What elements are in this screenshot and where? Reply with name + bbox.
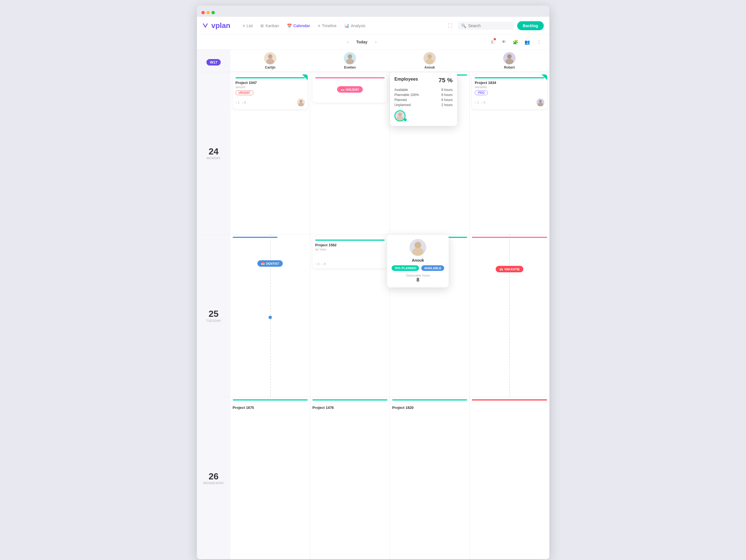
analysis-icon: 📊 bbox=[344, 24, 349, 28]
employee-popup: Employees 75 % Available 8 hours bbox=[390, 72, 457, 126]
maximize-dot[interactable] bbox=[211, 11, 215, 14]
prev-arrow[interactable]: ‹ bbox=[344, 38, 352, 46]
card-stats: ↑ 3 ↓ 8 bbox=[315, 262, 325, 265]
card-subtitle: Hendriks bbox=[475, 85, 544, 89]
tab-timeline[interactable]: ≡ Timeline bbox=[315, 22, 340, 30]
grid-day-rows: Project 1047 Janzen URGENT ↑ 1 ↓ 6 bbox=[230, 72, 549, 559]
next-arrow[interactable]: › bbox=[372, 38, 380, 46]
popup-row-available: Available 8 hours bbox=[394, 87, 453, 92]
cell-mon-evelien: 📅 HOLIDAY bbox=[310, 72, 390, 234]
card-badge-prio: PRIO bbox=[475, 90, 488, 95]
day-label-tue: 25 TUESDAY bbox=[197, 234, 230, 397]
day-row-tue: 📅 DENTIST Project 1562 de Vries bbox=[230, 234, 549, 397]
progress-bar bbox=[233, 399, 308, 400]
card-mon-carlijn[interactable]: Project 1047 Janzen URGENT ↑ 1 ↓ 6 bbox=[233, 75, 308, 109]
person-header-carlijn[interactable]: Carlijn bbox=[230, 50, 310, 72]
svg-point-15 bbox=[412, 248, 424, 256]
filter-badge bbox=[494, 38, 496, 40]
cell-tue-anouk: Anouk 75% PLANNED AVAILABLE Deployable h… bbox=[390, 234, 469, 397]
cell-wed-carlijn: Project 1675 bbox=[230, 397, 310, 559]
card-title: Project 1675 bbox=[233, 405, 254, 410]
cell-wed-anouk: Project 1820 bbox=[390, 397, 469, 559]
calendar-grid: W17 24 MONDAY 25 TUESDAY 26 WEDNESDAY bbox=[197, 50, 549, 559]
kanban-icon: ⊞ bbox=[260, 24, 264, 28]
list-icon: ≡ bbox=[242, 24, 245, 28]
svg-point-10 bbox=[398, 112, 402, 116]
stat-down: ↓ 6 bbox=[242, 101, 246, 104]
avatar-carlijn bbox=[264, 52, 276, 64]
badge-available: AVAILABLE bbox=[421, 265, 444, 271]
svg-point-8 bbox=[299, 100, 303, 103]
person-header-robert[interactable]: Robert bbox=[470, 50, 549, 72]
progress-bar bbox=[392, 399, 467, 400]
search-bar[interactable]: 🔍 bbox=[458, 22, 514, 30]
vakantie-icon: 📅 bbox=[499, 267, 503, 271]
minimize-dot[interactable] bbox=[206, 11, 210, 14]
group-button[interactable]: 👥 bbox=[523, 37, 532, 47]
more-button[interactable]: ⋮ bbox=[535, 37, 544, 47]
app-header: vplan ≡ List ⊞ Kanban 📅 Calendar ≡ Timel… bbox=[197, 17, 549, 35]
logo[interactable]: vplan bbox=[202, 21, 230, 30]
cell-wed-robert bbox=[469, 397, 549, 559]
grid-body: Project 1047 Janzen URGENT ↑ 1 ↓ 6 bbox=[230, 72, 549, 559]
tab-calendar[interactable]: 📅 Calendar bbox=[284, 22, 314, 30]
card-tue-evelien[interactable]: Project 1562 de Vries ↑ 3 ↓ 8 bbox=[312, 237, 388, 269]
stat-down: ↓ 4 bbox=[481, 101, 485, 104]
progress-bar-blue bbox=[233, 237, 278, 238]
day-label-mon: 24 MONDAY bbox=[197, 72, 230, 234]
svg-point-11 bbox=[397, 116, 403, 121]
svg-point-12 bbox=[539, 100, 542, 103]
filter-button[interactable]: ⧖ bbox=[488, 37, 496, 47]
cell-mon-anouk: Employees 75 % Available 8 hours bbox=[390, 72, 469, 234]
svg-point-6 bbox=[507, 54, 512, 59]
card-mon-evelien[interactable]: 📅 HOLIDAY bbox=[312, 75, 388, 103]
svg-point-3 bbox=[346, 59, 354, 64]
card-stats: ↑ 1 ↓ 4 bbox=[475, 101, 485, 104]
card-title: Project 1562 bbox=[315, 243, 384, 247]
stat-down: ↓ 8 bbox=[321, 262, 325, 265]
card-title: Project 1834 bbox=[475, 81, 544, 85]
today-label: Today bbox=[356, 40, 367, 44]
popup-header: Employees 75 % bbox=[394, 77, 453, 84]
filter-icon: ⧖ bbox=[491, 39, 494, 45]
puzzle-icon: 🧩 bbox=[513, 39, 518, 45]
person-header-anouk[interactable]: Anouk bbox=[390, 50, 470, 72]
eye-button[interactable]: 👁 bbox=[499, 37, 508, 47]
close-dot[interactable] bbox=[201, 11, 205, 14]
search-input[interactable] bbox=[468, 24, 511, 28]
popup-row-planned: Planned 6 hours bbox=[394, 97, 453, 103]
puzzle-button[interactable]: 🧩 bbox=[511, 37, 520, 47]
card-badge-dentist: 📅 DENTIST bbox=[257, 260, 283, 267]
anouk-popup: Anouk 75% PLANNED AVAILABLE Deployable h… bbox=[387, 234, 449, 287]
badge-planned: 75% PLANNED bbox=[392, 265, 419, 271]
deploy-value: 8 bbox=[392, 277, 444, 283]
deploy-label: Deployable hours bbox=[392, 274, 444, 277]
svg-point-1 bbox=[266, 59, 274, 64]
tab-analysis[interactable]: 📊 Analysis bbox=[341, 22, 369, 30]
popup-title: Employees bbox=[394, 77, 418, 82]
avatar-anouk bbox=[424, 52, 436, 64]
corner-triangle bbox=[302, 75, 308, 80]
tab-kanban[interactable]: ⊞ Kanban bbox=[257, 22, 282, 30]
persons-header: Carlijn Evelien Anouk bbox=[230, 50, 549, 72]
fullscreen-button[interactable]: ⛶ bbox=[446, 21, 455, 30]
svg-point-14 bbox=[414, 242, 421, 249]
cell-tue-evelien: Project 1562 de Vries ↑ 3 ↓ 8 bbox=[310, 234, 390, 397]
card-mon-robert[interactable]: Project 1834 Hendriks PRIO ↑ 1 ↓ 4 bbox=[472, 75, 547, 109]
stat-up: ↑ 1 bbox=[475, 101, 479, 104]
timeline-icon: ≡ bbox=[318, 24, 320, 28]
progress-bar bbox=[472, 399, 547, 400]
persons-area: Carlijn Evelien Anouk bbox=[230, 50, 549, 559]
card-subtitle: Janzen bbox=[235, 85, 305, 89]
svg-point-5 bbox=[426, 59, 434, 64]
card-footer: ↑ 1 ↓ 6 bbox=[235, 99, 305, 106]
mini-avatar bbox=[297, 99, 305, 106]
tab-list[interactable]: ≡ List bbox=[239, 22, 256, 30]
svg-point-9 bbox=[298, 103, 304, 106]
progress-bar bbox=[312, 399, 388, 400]
backlog-button[interactable]: Backlog bbox=[517, 21, 544, 30]
svg-point-2 bbox=[348, 54, 352, 59]
person-header-evelien[interactable]: Evelien bbox=[310, 50, 390, 72]
dentist-icon: 📅 bbox=[261, 262, 265, 265]
cell-tue-carlijn: 📅 DENTIST bbox=[230, 234, 310, 397]
